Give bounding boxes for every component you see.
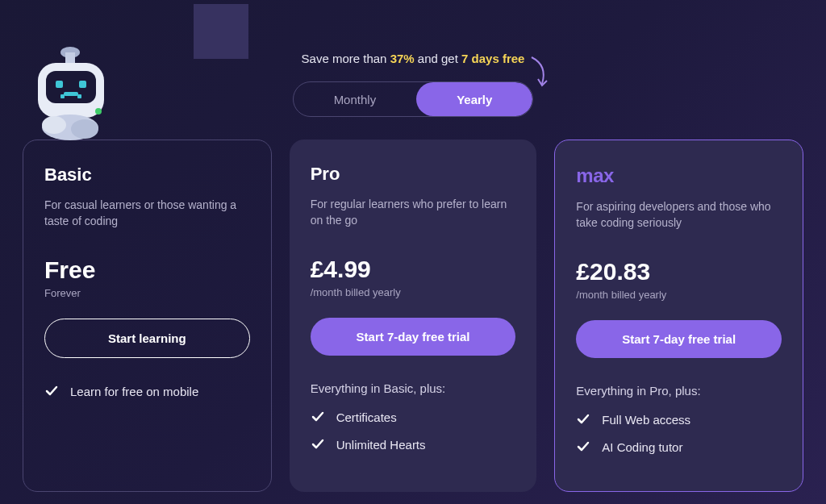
plan-price: Free [44,256,250,284]
promo-percent: 37% [390,52,415,65]
promo-arrow-icon [528,53,552,94]
plan-subtitle: For aspiring developers and those who ta… [576,198,782,232]
plan-price-note: Forever [44,287,250,299]
svg-rect-3 [46,71,96,103]
plan-price: £20.83 [576,258,782,285]
feature-item: Unlimited Hearts [311,437,516,452]
promo-prefix: Save more than [302,52,390,65]
feature-item: Learn for free on mobile [44,384,250,398]
start-trial-button[interactable]: Start 7-day free trial [576,320,782,358]
plan-title: Pro [311,164,516,185]
check-icon [311,410,325,424]
feature-label: Certificates [336,410,397,424]
feature-label: Learn for free on mobile [70,385,198,398]
plan-card-basic: Basic For casual learners or those wanti… [23,140,272,492]
check-icon [44,384,59,398]
plan-card-pro: Pro For regular learners who prefer to l… [290,140,537,492]
feature-label: AI Coding tutor [602,440,682,454]
check-icon [576,439,590,454]
billing-toggle: Monthly Yearly [293,81,534,117]
svg-rect-7 [60,94,65,98]
start-learning-button[interactable]: Start learning [44,319,250,358]
toggle-yearly[interactable]: Yearly [416,82,532,116]
plan-subtitle: For casual learners or those wanting a t… [44,197,250,231]
pricing-cards: Basic For casual learners or those wanti… [0,117,826,492]
plan-price-note: /month billed yearly [576,289,782,301]
plan-subtitle: For regular learners who prefer to learn… [311,196,516,230]
svg-point-9 [95,108,102,115]
svg-rect-6 [64,92,78,96]
toggle-monthly[interactable]: Monthly [294,82,417,116]
features-heading: Everything in Pro, plus: [576,384,782,398]
check-icon [311,437,325,452]
start-trial-button[interactable]: Start 7-day free trial [311,318,516,356]
svg-rect-8 [77,94,81,98]
plan-title: Basic [44,165,250,185]
svg-point-11 [42,116,66,134]
svg-rect-4 [56,81,63,88]
plan-card-max: max For aspiring developers and those wh… [554,140,803,492]
promo-middle: and get [415,52,461,65]
svg-point-12 [71,119,98,139]
plan-price-note: /month billed yearly [311,286,516,298]
promo-trial: 7 days free [461,52,524,65]
feature-label: Full Web access [602,413,690,427]
check-icon [576,412,590,427]
features-heading: Everything in Basic, plus: [311,381,516,395]
promo-banner: Save more than 37% and get 7 days free [0,0,826,65]
svg-rect-5 [79,81,86,88]
feature-item: AI Coding tutor [576,439,782,454]
feature-item: Certificates [311,410,516,424]
plan-title: max [576,165,782,187]
feature-item: Full Web access [576,412,782,427]
plan-price: £4.99 [311,256,516,283]
feature-label: Unlimited Hearts [336,438,426,452]
